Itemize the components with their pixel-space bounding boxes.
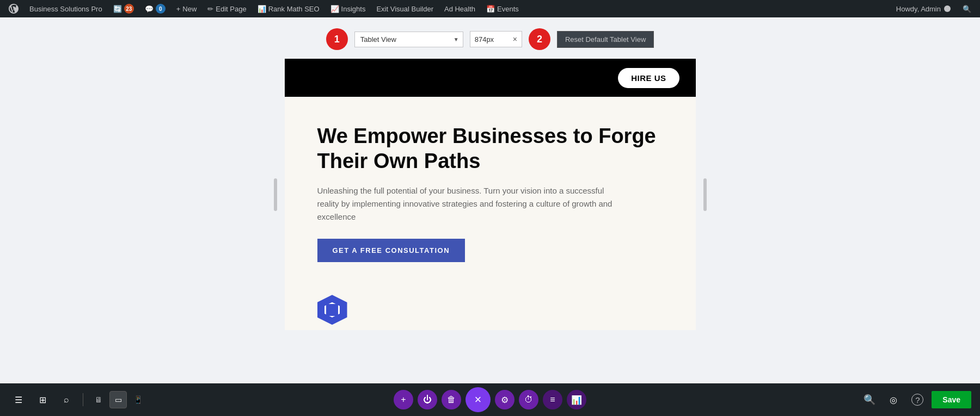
view-switcher: 🖥 ▭ 📱	[90, 391, 146, 408]
circle-icon: ◎	[890, 395, 897, 405]
add-element-button[interactable]: +	[394, 390, 413, 409]
comments-count: 0	[156, 4, 166, 14]
step2-badge-wrap: 2	[529, 28, 550, 50]
gear-icon: ⚙	[501, 395, 509, 405]
mobile-icon: 📱	[133, 395, 143, 404]
new-item[interactable]: + New	[172, 0, 201, 17]
editor-area: 1 Tablet View ▼ × 2 Reset Default Tablet…	[0, 17, 980, 383]
search-admin-item[interactable]: 🔍	[958, 5, 976, 13]
step1-badge-wrap: 1	[326, 28, 348, 50]
chart-icon: 📊	[571, 395, 582, 405]
page-canvas: HIRE US We Empower Businesses to Forge T…	[285, 59, 696, 330]
wp-logo[interactable]	[4, 0, 23, 17]
tablet-icon: ▭	[115, 395, 122, 404]
width-input[interactable]	[470, 32, 509, 47]
timer-icon: ⏱	[524, 395, 533, 405]
hexagon-icon	[317, 295, 347, 325]
hero-subtext: Unleashing the full potential of your bu…	[317, 184, 628, 223]
events-item[interactable]: 📅 Events	[482, 0, 523, 17]
menu-icon: ☰	[15, 395, 22, 405]
mobile-view-button[interactable]: 📱	[129, 391, 146, 408]
menu-toggle-button[interactable]: ☰	[9, 390, 28, 409]
divider	[83, 393, 83, 406]
desktop-icon: 🖥	[95, 395, 102, 404]
updates-item[interactable]: 🔄 23	[109, 0, 138, 17]
settings-button[interactable]: ⚙	[495, 390, 514, 409]
bottom-toolbar: ☰ ⊞ ⌕ 🖥 ▭ 📱 + ⏻ 🗑	[0, 383, 980, 416]
admin-bar: Business Solutions Pro 🔄 23 💬 0 + New ✏ …	[0, 0, 980, 17]
view-select-wrap: Tablet View ▼	[354, 32, 463, 47]
width-input-wrap: ×	[470, 31, 522, 47]
insights-item[interactable]: 📈 Insights	[326, 0, 370, 17]
save-button[interactable]: Save	[932, 391, 971, 408]
trash-icon: 🗑	[447, 395, 456, 405]
exit-builder-item[interactable]: Exit Visual Builder	[372, 0, 438, 17]
plus-icon: +	[401, 395, 406, 405]
bottom-left-controls: ☰ ⊞ ⌕ 🖥 ▭ 📱	[9, 390, 146, 409]
reset-tablet-view-button[interactable]: Reset Default Tablet View	[557, 31, 654, 48]
hexagon-inner-icon	[324, 302, 340, 318]
power-icon: ⏻	[423, 395, 432, 405]
resize-handle-left[interactable]	[274, 178, 277, 211]
admin-bar-right: Howdy, Admin 🔍	[892, 4, 976, 13]
howdy-item[interactable]: Howdy, Admin	[892, 4, 956, 13]
close-icon: ×	[475, 393, 482, 407]
hero-heading: We Empower Businesses to Forge Their Own…	[317, 124, 663, 173]
view-toolbar: 1 Tablet View ▼ × 2 Reset Default Tablet…	[326, 28, 654, 50]
search-right-icon: 🔍	[863, 394, 875, 406]
search-icon: ⌕	[64, 395, 69, 405]
timer-button[interactable]: ⏱	[519, 390, 538, 409]
tablet-view-button[interactable]: ▭	[109, 391, 127, 408]
comments-item[interactable]: 💬 0	[140, 0, 170, 17]
grid-view-button[interactable]: ⊞	[33, 390, 52, 409]
close-button[interactable]: ×	[465, 387, 491, 412]
cta-button[interactable]: GET A FREE CONSULTATION	[317, 239, 465, 262]
bottom-right-controls: 🔍 ◎ ? Save	[860, 390, 971, 409]
search-builder-button[interactable]: ⌕	[57, 390, 76, 409]
search-right-button[interactable]: 🔍	[860, 390, 879, 409]
svg-rect-0	[944, 5, 951, 12]
circle-button[interactable]: ◎	[884, 390, 903, 409]
desktop-view-button[interactable]: 🖥	[90, 391, 107, 408]
hire-us-button[interactable]: HIRE US	[618, 68, 679, 88]
rank-math-item[interactable]: 📊 Rank Math SEO	[253, 0, 324, 17]
icon-area	[285, 284, 696, 330]
bars-button[interactable]: ≡	[543, 390, 562, 409]
view-select[interactable]: Tablet View	[354, 32, 463, 47]
help-button[interactable]: ?	[908, 390, 927, 409]
grid-icon: ⊞	[39, 395, 46, 405]
resize-handle-right[interactable]	[703, 178, 707, 211]
step2-badge: 2	[529, 28, 550, 50]
updates-count: 23	[124, 4, 134, 14]
clear-width-icon[interactable]: ×	[509, 32, 522, 47]
hero-section: We Empower Businesses to Forge Their Own…	[285, 97, 696, 284]
site-name[interactable]: Business Solutions Pro	[25, 0, 107, 17]
step1-badge: 1	[326, 28, 348, 50]
chart-button[interactable]: 📊	[567, 390, 586, 409]
bars-icon: ≡	[550, 395, 555, 405]
question-icon: ?	[911, 394, 923, 406]
power-button[interactable]: ⏻	[418, 390, 437, 409]
edit-page-item[interactable]: ✏ Edit Page	[203, 0, 250, 17]
canvas-wrapper: HIRE US We Empower Businesses to Forge T…	[285, 59, 696, 330]
ad-health-item[interactable]: Ad Health	[440, 0, 480, 17]
page-nav: HIRE US	[285, 59, 696, 97]
bottom-center-controls: + ⏻ 🗑 × ⚙ ⏱ ≡ 📊	[394, 387, 586, 412]
trash-button[interactable]: 🗑	[442, 390, 461, 409]
